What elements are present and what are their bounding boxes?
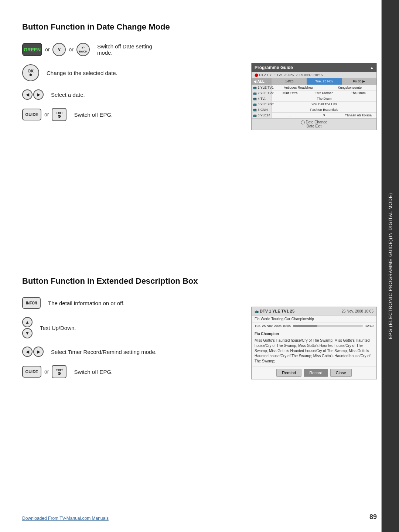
prog-guide-header: Programme Guide ▲ bbox=[252, 63, 376, 72]
record-button[interactable]: Record bbox=[304, 369, 328, 377]
ch-programs-2: Mint Extra TV2 Farmen The Drum bbox=[272, 91, 376, 96]
s2-left-arrow-button[interactable]: ◀ bbox=[22, 347, 33, 357]
prog-guide-subheader: ⬤ DTV 1 YLE TV1 25 Nov. 2009 09:45~10:15 bbox=[252, 72, 376, 78]
remind-button[interactable]: Remind bbox=[276, 369, 301, 377]
or-text-2: or bbox=[69, 47, 73, 52]
ext-desc-progress: Tue. 25 Nov. 2008 10:05 12:40 bbox=[252, 323, 376, 329]
row4-desc: Switch off EPG. bbox=[74, 112, 113, 118]
prog-guide-footer1: ◯ Date Change bbox=[255, 120, 374, 124]
col-date3: Fri 80 ▶ bbox=[342, 78, 376, 85]
lr-nav-buttons: ◀ ▶ bbox=[22, 89, 44, 100]
s2-row1-desc: The detail information on or off. bbox=[48, 300, 125, 306]
s2-row2-desc: Text Up/Down. bbox=[40, 325, 76, 331]
col-date1: 14/25 bbox=[272, 78, 307, 85]
s2-exit-button[interactable]: EXIT ⏼ bbox=[52, 365, 66, 378]
progress-bar bbox=[293, 325, 363, 327]
prog-item: Kungskonsumte bbox=[325, 86, 375, 89]
ch-name-3: 📺 4 TV.. bbox=[252, 96, 272, 101]
ch-programs-4: You Call The Hits bbox=[272, 102, 376, 107]
page-number: 89 bbox=[369, 513, 377, 521]
ext-desc-header: 📺 DTV 1 YLE TV1 25 25 Nov. 2008 10:05 bbox=[252, 307, 376, 316]
row2-desc: Change to the selected date. bbox=[47, 70, 117, 76]
ch-name-2: 📺 2 YLE TV2 bbox=[252, 91, 272, 96]
sidebar: EPG (ELECTRONIC PROGRAMME GUIDE)(IN DIGI… bbox=[382, 0, 399, 532]
s2-lr-nav-buttons: ◀ ▶ bbox=[22, 347, 44, 357]
ext-desc-end-time: 12:40 bbox=[365, 324, 374, 328]
ext-desc-subtitle: Fia World Touring Car Chanpionship bbox=[252, 316, 376, 323]
guide-button[interactable]: GUIDE bbox=[22, 109, 41, 120]
right-arrow-button[interactable]: ▶ bbox=[33, 89, 44, 100]
ch-programs-5: Fashion Essentials bbox=[272, 107, 376, 112]
col-date2: Tue, 25 Nov bbox=[307, 78, 341, 85]
or-text-3: or bbox=[44, 112, 49, 117]
prog-item: TV2 Farmen bbox=[307, 91, 341, 95]
sidebar-text: EPG (ELECTRONIC PROGRAMME GUIDE)(IN DIGI… bbox=[388, 193, 393, 339]
row1-desc: Switch off Date settingmode. bbox=[97, 43, 152, 56]
prog-guide-row-header: ◀ ALL 14/25 Tue, 25 Nov Fri 80 ▶ bbox=[252, 78, 376, 85]
prog-item: The Drum bbox=[342, 91, 375, 95]
ext-desc-channel: 📺 DTV 1 YLE TV1 25 bbox=[255, 309, 294, 313]
prog-guide-footer2: Date Exit bbox=[255, 124, 374, 128]
info-button[interactable]: INFO/i bbox=[22, 297, 41, 309]
exit-button[interactable]: EXIT ⏼ bbox=[52, 108, 66, 121]
row3-desc: Select a date. bbox=[51, 92, 85, 98]
prog-guide-title: Programme Guide bbox=[255, 65, 293, 70]
extended-description-box: 📺 DTV 1 YLE TV1 25 25 Nov. 2008 10:05 Fi… bbox=[251, 307, 377, 379]
ext-desc-progress-time: Tue. 25 Nov. 2008 10:05 bbox=[255, 324, 291, 328]
ch-programs-6: ... ▼ Tänään otsikoissa bbox=[272, 113, 376, 118]
or-text-4: or bbox=[44, 369, 49, 375]
programme-guide-box: Programme Guide ▲ ⬤ DTV 1 YLE TV1 25 Nov… bbox=[251, 63, 377, 130]
channel-row-5: 📺 6 CNN Fashion Essentials bbox=[252, 107, 376, 113]
button-row-1: GREEN or ∨ or ↶ BACK Switch off Date set… bbox=[22, 43, 340, 56]
back-button[interactable]: ↶ BACK bbox=[76, 43, 90, 56]
updown-buttons: ▲ ▼ bbox=[22, 317, 33, 338]
s2-guide-button[interactable]: GUIDE bbox=[22, 366, 41, 378]
progress-bar-fill bbox=[293, 325, 317, 327]
prog-item: Antiques Roadshow bbox=[273, 86, 324, 89]
prog-item: ... bbox=[273, 113, 307, 117]
ch-name-4: 📺 5 YLE FST bbox=[252, 102, 272, 107]
channel-row-1: 📺 1 YLE TV1 Antiques Roadshow Kungskonsu… bbox=[252, 85, 376, 91]
close-button[interactable]: Close bbox=[330, 369, 352, 377]
program-title: Fia Champion bbox=[255, 331, 374, 337]
channel-row-6: 📺 8 YLE24 ... ▼ Tänään otsikoissa bbox=[252, 113, 376, 118]
channel-row-4: 📺 5 YLE FST You Call The Hits bbox=[252, 102, 376, 107]
prog-item: ▼ bbox=[307, 113, 341, 117]
up-arrow-button[interactable]: ▲ bbox=[22, 317, 33, 327]
ch-programs-3: The Drum bbox=[272, 96, 376, 101]
ch-name-6: 📺 8 YLE24 bbox=[252, 113, 272, 118]
s2-row3-desc: Select Timer Record/Remind setting mode. bbox=[51, 349, 157, 355]
down-arrow-button2[interactable]: ▼ bbox=[22, 328, 33, 338]
ch-programs-1: Antiques Roadshow Kungskonsumte bbox=[272, 85, 376, 90]
col-all: ◀ ALL bbox=[252, 78, 272, 85]
or-text-1: or bbox=[45, 47, 50, 52]
prog-item: Fashion Essentials bbox=[273, 108, 375, 112]
prog-guide-footer: ◯ Date Change Date Exit bbox=[252, 118, 376, 130]
prog-item: The Drum bbox=[273, 97, 375, 100]
s2-row4-desc: Switch off EPG. bbox=[74, 369, 113, 375]
footer-link[interactable]: Downloaded From TV-Manual.com Manuals bbox=[22, 516, 109, 521]
ext-desc-body: Fia Champion Miss Gotto's Haunted house/… bbox=[252, 329, 376, 366]
ch-name-5: 📺 6 CNN bbox=[252, 107, 272, 112]
section1-title: Button Function in Date Change Mode bbox=[22, 22, 340, 32]
section2-title: Button Function in Extended Description … bbox=[22, 276, 340, 286]
prog-guide-subheader-text: DTV 1 YLE TV1 25 Nov. 2009 09:45~10:15 bbox=[259, 73, 323, 77]
ext-desc-time: 25 Nov. 2008 10:05 bbox=[341, 309, 374, 313]
ok-button[interactable]: OK ✱ bbox=[22, 64, 39, 81]
ext-desc-buttons: Remind Record Close bbox=[252, 366, 376, 379]
prog-item: Tänään otsikoissa bbox=[342, 113, 375, 117]
ch-name-1: 📺 1 YLE TV1 bbox=[252, 85, 272, 90]
left-arrow-button[interactable]: ◀ bbox=[22, 89, 33, 100]
prog-item: You Call The Hits bbox=[273, 102, 375, 106]
green-button[interactable]: GREEN bbox=[22, 43, 42, 56]
s2-right-arrow-button[interactable]: ▶ bbox=[33, 347, 44, 357]
down-arrow-button[interactable]: ∨ bbox=[52, 43, 66, 56]
program-description: Miss Gotto's Haunted house/Cry of The Sw… bbox=[255, 338, 374, 364]
prog-item: Mint Extra bbox=[273, 91, 307, 95]
channel-row-3: 📺 4 TV.. The Drum bbox=[252, 96, 376, 102]
channel-row-2: 📺 2 YLE TV2 Mint Extra TV2 Farmen The Dr… bbox=[252, 91, 376, 96]
